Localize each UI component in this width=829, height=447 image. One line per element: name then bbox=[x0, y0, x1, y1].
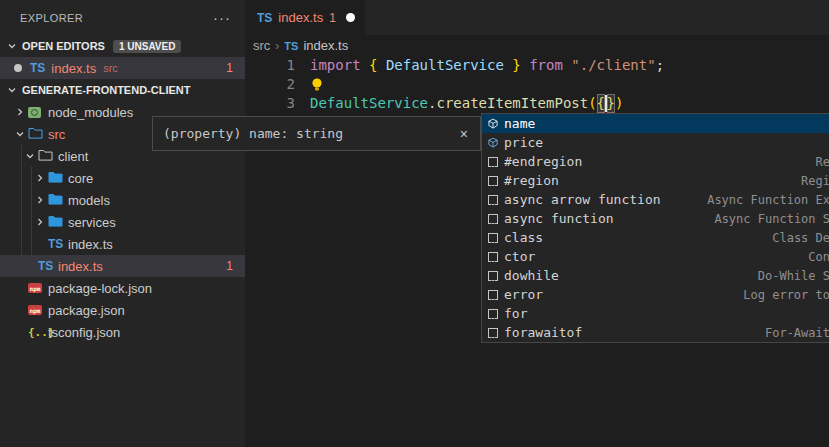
ts-icon: TS bbox=[30, 61, 45, 75]
suggestion-async-arrow-function[interactable]: async arrow functionAsync Function Ex bbox=[482, 190, 829, 209]
snippet-icon bbox=[482, 157, 504, 167]
tree-item-label: package.json bbox=[48, 303, 125, 318]
code-line-1[interactable]: 1import { DefaultService } from "./clien… bbox=[245, 56, 829, 75]
snippet-icon bbox=[482, 195, 504, 205]
suggestion-dowhile[interactable]: dowhileDo-While S bbox=[482, 266, 829, 285]
suggestion-async-function[interactable]: async functionAsync Function S bbox=[482, 209, 829, 228]
code-token: } bbox=[607, 94, 615, 113]
sidebar-header: EXPLORER ··· bbox=[0, 0, 245, 35]
code-token: ; bbox=[656, 56, 664, 75]
tree-item-tsconfig.json[interactable]: {..}tsconfig.json bbox=[0, 321, 245, 343]
chevron-right-icon bbox=[32, 173, 48, 183]
open-editors-section-header[interactable]: OPEN EDITORS 1 UNSAVED bbox=[0, 35, 245, 57]
suggestion--endregion[interactable]: #endregionRe bbox=[482, 152, 829, 171]
line-content: DefaultService.createItemItemPost({}) bbox=[295, 94, 623, 113]
suggestion-label: async function bbox=[504, 211, 614, 226]
project-section-header[interactable]: GENERATE-FRONTEND-CLIENT bbox=[0, 79, 245, 101]
tree-item-models[interactable]: models bbox=[0, 189, 245, 211]
tree-item-label: index.ts bbox=[68, 237, 113, 252]
suggestion-label: name bbox=[504, 116, 535, 131]
close-icon[interactable]: × bbox=[458, 126, 470, 142]
tree-item-package-lock.json[interactable]: npmpackage-lock.json bbox=[0, 277, 245, 299]
folder-open-icon bbox=[38, 149, 53, 164]
unsaved-count-badge: 1 UNSAVED bbox=[113, 40, 182, 53]
line-number: 1 bbox=[245, 56, 295, 75]
suggestion-forawaitof[interactable]: forawaitofFor-Await bbox=[482, 323, 829, 342]
suggestion-detail: Regi bbox=[801, 174, 829, 188]
code-area[interactable]: 1import { DefaultService } from "./clien… bbox=[245, 56, 829, 113]
suggestion-ctor[interactable]: ctorCon bbox=[482, 247, 829, 266]
suggestion-label: #region bbox=[504, 173, 559, 188]
lightbulb-icon[interactable] bbox=[310, 77, 324, 92]
tree-item-services[interactable]: services bbox=[0, 211, 245, 233]
suggestion-label: price bbox=[504, 135, 543, 150]
tab-index-ts[interactable]: TS index.ts 1 bbox=[245, 0, 365, 35]
unsaved-dot-icon[interactable] bbox=[346, 13, 355, 22]
code-token: { bbox=[369, 56, 386, 75]
breadcrumb-file[interactable]: index.ts bbox=[303, 38, 348, 53]
tree-item-core[interactable]: core bbox=[0, 167, 245, 189]
suggestion-label: #endregion bbox=[504, 154, 582, 169]
npm-icon: npm bbox=[28, 283, 42, 293]
line-content: import { DefaultService } from "./client… bbox=[295, 56, 664, 75]
suggestion-class[interactable]: classClass De bbox=[482, 228, 829, 247]
suggestion-name[interactable]: name bbox=[482, 114, 829, 133]
tree-item-label: client bbox=[58, 149, 88, 164]
problems-count-badge: 1 bbox=[226, 61, 233, 75]
more-actions-icon[interactable]: ··· bbox=[213, 9, 231, 26]
open-editor-item-index-ts[interactable]: TS index.ts src 1 bbox=[0, 57, 245, 79]
code-line-3[interactable]: 3DefaultService.createItemItemPost({}) bbox=[245, 94, 829, 113]
suggestion-label: for bbox=[504, 306, 527, 321]
snippet-icon bbox=[482, 252, 504, 262]
suggestion-label: forawaitof bbox=[504, 325, 582, 340]
code-token: ) bbox=[615, 94, 623, 113]
tree-item-index.ts[interactable]: TSindex.ts bbox=[0, 233, 245, 255]
suggestion-for[interactable]: for bbox=[482, 304, 829, 323]
suggestion--region[interactable]: #regionRegi bbox=[482, 171, 829, 190]
snippet-icon bbox=[482, 309, 504, 319]
suggestion-label: error bbox=[504, 287, 543, 302]
ts-icon: TS bbox=[284, 40, 298, 52]
tree-item-label: services bbox=[68, 215, 116, 230]
code-token: DefaultService bbox=[386, 56, 504, 75]
tab-bar: TS index.ts 1 bbox=[245, 0, 829, 35]
code-token: DefaultService bbox=[310, 94, 428, 113]
open-editors-label: OPEN EDITORS bbox=[22, 40, 105, 52]
tree-item-index.ts[interactable]: TSindex.ts1 bbox=[0, 255, 245, 277]
explorer-sidebar: EXPLORER ··· OPEN EDITORS 1 UNSAVED TS i… bbox=[0, 0, 245, 447]
breadcrumb: src › TS index.ts bbox=[245, 35, 829, 56]
code-line-2[interactable]: 2 bbox=[245, 75, 829, 94]
chevron-down-icon bbox=[4, 85, 20, 95]
code-token: ( bbox=[588, 94, 596, 113]
sidebar-title: EXPLORER bbox=[20, 12, 83, 24]
ts-icon: TS bbox=[257, 11, 272, 25]
suggestion-error[interactable]: errorLog error to bbox=[482, 285, 829, 304]
project-name-label: GENERATE-FRONTEND-CLIENT bbox=[22, 84, 190, 96]
folder-open-icon bbox=[28, 127, 43, 142]
snippet-icon bbox=[482, 328, 504, 338]
suggestion-label: ctor bbox=[504, 249, 535, 264]
tree-item-label: index.ts bbox=[58, 259, 103, 274]
field-icon bbox=[482, 137, 504, 149]
line-content bbox=[295, 75, 324, 94]
folder-icon bbox=[48, 215, 63, 230]
snippet-icon bbox=[482, 214, 504, 224]
suggestion-price[interactable]: price bbox=[482, 133, 829, 152]
chevron-right-icon bbox=[32, 217, 48, 227]
snippet-icon bbox=[482, 176, 504, 186]
suggestion-detail: Do-While S bbox=[758, 269, 829, 283]
suggestion-detail: Log error to bbox=[743, 288, 829, 302]
tree-item-label: models bbox=[68, 193, 110, 208]
breadcrumb-folder[interactable]: src bbox=[253, 38, 270, 53]
code-token: } bbox=[504, 56, 521, 75]
suggestion-label: dowhile bbox=[504, 268, 559, 283]
code-token: from bbox=[521, 56, 572, 75]
tree-item-package.json[interactable]: npmpackage.json bbox=[0, 299, 245, 321]
vscode-window: EXPLORER ··· OPEN EDITORS 1 UNSAVED TS i… bbox=[0, 0, 829, 447]
field-icon bbox=[482, 118, 504, 130]
suggestion-detail: Async Function S bbox=[714, 212, 829, 226]
tree-item-label: core bbox=[68, 171, 93, 186]
tab-label: index.ts bbox=[278, 10, 323, 25]
snippet-icon bbox=[482, 271, 504, 281]
tab-problems-badge: 1 bbox=[329, 11, 336, 25]
